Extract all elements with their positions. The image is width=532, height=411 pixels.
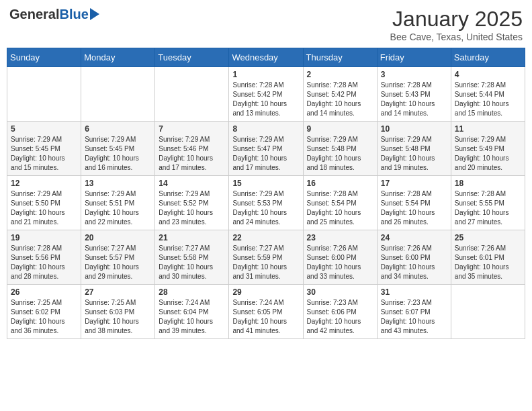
title-section: January 2025 Bee Cave, Texas, United Sta… bbox=[390, 7, 523, 42]
calendar-day-cell: 8Sunrise: 7:29 AM Sunset: 5:47 PM Daylig… bbox=[229, 122, 303, 176]
calendar-day-cell: 7Sunrise: 7:29 AM Sunset: 5:46 PM Daylig… bbox=[155, 122, 229, 176]
page-header: General Blue January 2025 Bee Cave, Texa… bbox=[7, 7, 525, 42]
day-info: Sunrise: 7:24 AM Sunset: 6:04 PM Dayligh… bbox=[159, 298, 225, 336]
calendar-day-cell: 23Sunrise: 7:26 AM Sunset: 6:00 PM Dayli… bbox=[303, 230, 377, 285]
logo-arrow-icon bbox=[90, 8, 99, 20]
day-number: 2 bbox=[307, 70, 373, 79]
day-info: Sunrise: 7:26 AM Sunset: 6:00 PM Dayligh… bbox=[307, 244, 373, 281]
day-info: Sunrise: 7:23 AM Sunset: 6:06 PM Dayligh… bbox=[307, 298, 373, 336]
calendar-day-cell: 25Sunrise: 7:26 AM Sunset: 6:01 PM Dayli… bbox=[451, 230, 525, 285]
month-title: January 2025 bbox=[390, 7, 523, 32]
calendar-day-cell bbox=[7, 67, 81, 122]
day-number: 4 bbox=[455, 70, 521, 79]
day-info: Sunrise: 7:29 AM Sunset: 5:45 PM Dayligh… bbox=[85, 135, 151, 173]
day-number: 16 bbox=[307, 179, 373, 188]
calendar-day-cell: 1Sunrise: 7:28 AM Sunset: 5:42 PM Daylig… bbox=[229, 67, 303, 122]
calendar-day-cell: 31Sunrise: 7:23 AM Sunset: 6:07 PM Dayli… bbox=[377, 285, 451, 339]
day-info: Sunrise: 7:23 AM Sunset: 6:07 PM Dayligh… bbox=[381, 298, 447, 336]
day-number: 14 bbox=[159, 179, 225, 188]
day-info: Sunrise: 7:29 AM Sunset: 5:45 PM Dayligh… bbox=[11, 135, 77, 173]
calendar-day-cell: 2Sunrise: 7:28 AM Sunset: 5:42 PM Daylig… bbox=[303, 67, 377, 122]
day-info: Sunrise: 7:24 AM Sunset: 6:05 PM Dayligh… bbox=[232, 298, 299, 336]
day-info: Sunrise: 7:29 AM Sunset: 5:50 PM Dayligh… bbox=[11, 189, 77, 227]
day-number: 23 bbox=[307, 233, 373, 242]
day-info: Sunrise: 7:29 AM Sunset: 5:48 PM Dayligh… bbox=[307, 135, 373, 173]
day-info: Sunrise: 7:27 AM Sunset: 5:57 PM Dayligh… bbox=[85, 244, 151, 281]
day-number: 31 bbox=[381, 287, 447, 297]
calendar-day-cell: 20Sunrise: 7:27 AM Sunset: 5:57 PM Dayli… bbox=[81, 230, 155, 285]
day-number: 10 bbox=[381, 124, 447, 134]
calendar-day-cell: 15Sunrise: 7:29 AM Sunset: 5:53 PM Dayli… bbox=[229, 176, 303, 230]
day-info: Sunrise: 7:26 AM Sunset: 6:00 PM Dayligh… bbox=[381, 244, 447, 281]
day-info: Sunrise: 7:25 AM Sunset: 6:02 PM Dayligh… bbox=[11, 298, 77, 336]
logo-general-text: General bbox=[9, 7, 59, 22]
calendar-day-cell: 10Sunrise: 7:29 AM Sunset: 5:48 PM Dayli… bbox=[377, 122, 451, 176]
calendar-day-header: Sunday bbox=[7, 48, 81, 67]
day-number: 13 bbox=[85, 179, 151, 188]
day-number: 18 bbox=[455, 179, 521, 188]
calendar-day-cell: 22Sunrise: 7:27 AM Sunset: 5:59 PM Dayli… bbox=[229, 230, 303, 285]
day-info: Sunrise: 7:29 AM Sunset: 5:49 PM Dayligh… bbox=[455, 135, 521, 173]
day-number: 17 bbox=[381, 179, 447, 188]
day-info: Sunrise: 7:29 AM Sunset: 5:47 PM Dayligh… bbox=[232, 135, 299, 173]
calendar-day-cell: 19Sunrise: 7:28 AM Sunset: 5:56 PM Dayli… bbox=[7, 230, 81, 285]
day-number: 8 bbox=[232, 124, 299, 134]
day-number: 24 bbox=[381, 233, 447, 242]
calendar-week-row: 12Sunrise: 7:29 AM Sunset: 5:50 PM Dayli… bbox=[7, 176, 525, 230]
calendar-day-cell: 5Sunrise: 7:29 AM Sunset: 5:45 PM Daylig… bbox=[7, 122, 81, 176]
calendar-table: SundayMondayTuesdayWednesdayThursdayFrid… bbox=[7, 48, 525, 339]
day-info: Sunrise: 7:28 AM Sunset: 5:55 PM Dayligh… bbox=[455, 189, 521, 227]
calendar-week-row: 1Sunrise: 7:28 AM Sunset: 5:42 PM Daylig… bbox=[7, 67, 525, 122]
calendar-day-cell: 18Sunrise: 7:28 AM Sunset: 5:55 PM Dayli… bbox=[451, 176, 525, 230]
day-number: 28 bbox=[159, 287, 225, 297]
day-number: 30 bbox=[307, 287, 373, 297]
calendar-day-header: Friday bbox=[377, 48, 451, 67]
day-number: 29 bbox=[232, 287, 299, 297]
day-number: 20 bbox=[85, 233, 151, 242]
calendar-day-cell: 21Sunrise: 7:27 AM Sunset: 5:58 PM Dayli… bbox=[155, 230, 229, 285]
calendar-day-cell: 24Sunrise: 7:26 AM Sunset: 6:00 PM Dayli… bbox=[377, 230, 451, 285]
calendar-header-row: SundayMondayTuesdayWednesdayThursdayFrid… bbox=[7, 48, 525, 67]
calendar-week-row: 26Sunrise: 7:25 AM Sunset: 6:02 PM Dayli… bbox=[7, 285, 525, 339]
day-info: Sunrise: 7:27 AM Sunset: 5:58 PM Dayligh… bbox=[159, 244, 225, 281]
location-text: Bee Cave, Texas, United States bbox=[390, 32, 523, 42]
day-info: Sunrise: 7:28 AM Sunset: 5:56 PM Dayligh… bbox=[11, 244, 77, 281]
calendar-day-cell: 28Sunrise: 7:24 AM Sunset: 6:04 PM Dayli… bbox=[155, 285, 229, 339]
calendar-day-header: Thursday bbox=[303, 48, 377, 67]
day-info: Sunrise: 7:29 AM Sunset: 5:48 PM Dayligh… bbox=[381, 135, 447, 173]
calendar-day-cell: 12Sunrise: 7:29 AM Sunset: 5:50 PM Dayli… bbox=[7, 176, 81, 230]
day-number: 22 bbox=[232, 233, 299, 242]
calendar-day-cell bbox=[451, 285, 525, 339]
day-number: 12 bbox=[11, 179, 77, 188]
day-info: Sunrise: 7:28 AM Sunset: 5:43 PM Dayligh… bbox=[381, 81, 447, 118]
calendar-day-cell: 4Sunrise: 7:28 AM Sunset: 5:44 PM Daylig… bbox=[451, 67, 525, 122]
day-info: Sunrise: 7:25 AM Sunset: 6:03 PM Dayligh… bbox=[85, 298, 151, 336]
day-number: 11 bbox=[455, 124, 521, 134]
day-number: 5 bbox=[11, 124, 77, 134]
calendar-week-row: 5Sunrise: 7:29 AM Sunset: 5:45 PM Daylig… bbox=[7, 122, 525, 176]
calendar-day-cell: 3Sunrise: 7:28 AM Sunset: 5:43 PM Daylig… bbox=[377, 67, 451, 122]
calendar-day-cell: 16Sunrise: 7:28 AM Sunset: 5:54 PM Dayli… bbox=[303, 176, 377, 230]
calendar-day-cell: 26Sunrise: 7:25 AM Sunset: 6:02 PM Dayli… bbox=[7, 285, 81, 339]
calendar-day-cell: 9Sunrise: 7:29 AM Sunset: 5:48 PM Daylig… bbox=[303, 122, 377, 176]
day-info: Sunrise: 7:28 AM Sunset: 5:44 PM Dayligh… bbox=[455, 81, 521, 118]
day-number: 7 bbox=[159, 124, 225, 134]
day-info: Sunrise: 7:28 AM Sunset: 5:42 PM Dayligh… bbox=[232, 81, 299, 118]
day-info: Sunrise: 7:29 AM Sunset: 5:46 PM Dayligh… bbox=[159, 135, 225, 173]
calendar-day-cell: 29Sunrise: 7:24 AM Sunset: 6:05 PM Dayli… bbox=[229, 285, 303, 339]
day-info: Sunrise: 7:29 AM Sunset: 5:52 PM Dayligh… bbox=[159, 189, 225, 227]
calendar-day-cell bbox=[155, 67, 229, 122]
day-number: 19 bbox=[11, 233, 77, 242]
day-number: 6 bbox=[85, 124, 151, 134]
day-number: 27 bbox=[85, 287, 151, 297]
day-number: 25 bbox=[455, 233, 521, 242]
logo-blue-text: Blue bbox=[59, 7, 88, 22]
calendar-day-header: Monday bbox=[81, 48, 155, 67]
day-info: Sunrise: 7:27 AM Sunset: 5:59 PM Dayligh… bbox=[232, 244, 299, 281]
calendar-day-cell: 13Sunrise: 7:29 AM Sunset: 5:51 PM Dayli… bbox=[81, 176, 155, 230]
day-info: Sunrise: 7:28 AM Sunset: 5:42 PM Dayligh… bbox=[307, 81, 373, 118]
day-info: Sunrise: 7:26 AM Sunset: 6:01 PM Dayligh… bbox=[455, 244, 521, 281]
day-number: 26 bbox=[11, 287, 77, 297]
calendar-day-cell bbox=[81, 67, 155, 122]
day-number: 1 bbox=[232, 70, 299, 79]
